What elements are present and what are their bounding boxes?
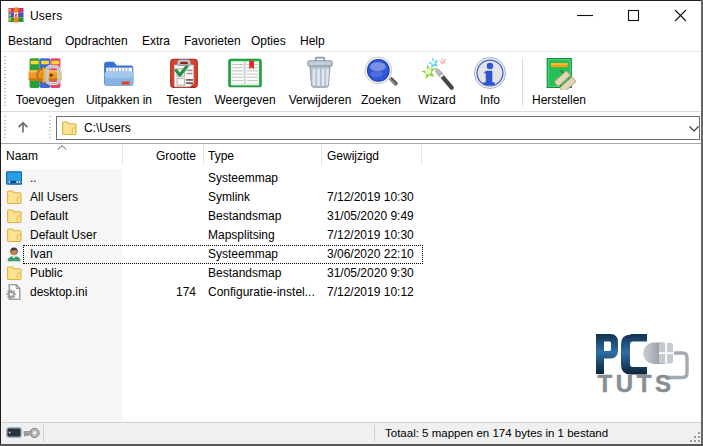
svg-text:TUTS: TUTS [597, 370, 674, 397]
